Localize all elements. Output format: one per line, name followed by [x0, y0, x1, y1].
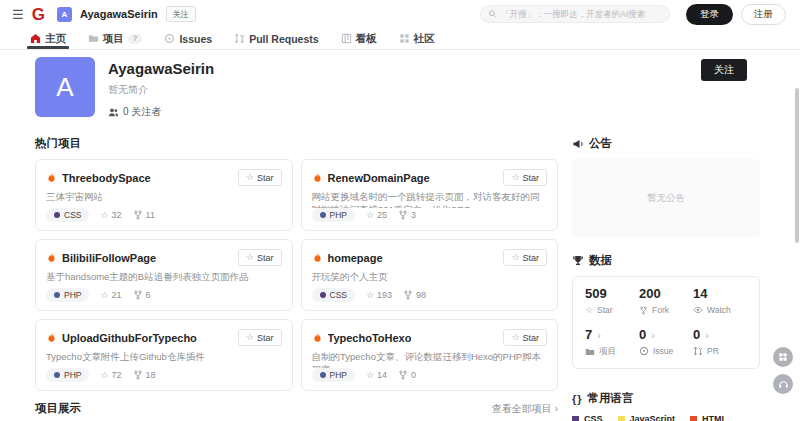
flame-icon [312, 332, 323, 344]
stats-title: 数据 [589, 253, 612, 268]
project-card[interactable]: TypechoToHexo ☆Star 自制的Typecho文章、评论数据迁移到… [301, 319, 559, 391]
project-name[interactable]: TypechoToHexo [328, 332, 412, 344]
followers-row[interactable]: 0 关注者 [108, 105, 214, 119]
folder-icon [88, 33, 99, 44]
search-input[interactable] [501, 9, 662, 19]
projects-count-badge: 7 [128, 34, 142, 44]
language-item: HTML [690, 414, 727, 421]
login-button[interactable]: 登录 [686, 4, 733, 25]
community-icon [399, 33, 410, 44]
project-card[interactable]: homepage ☆Star 开玩笑的个人主页 CSS ☆193 98 [301, 239, 559, 311]
chevron-right-icon: › [555, 403, 558, 414]
project-card[interactable]: ThreebodySpace ☆Star 三体宇宙网站 CSS ☆32 11 [35, 159, 293, 231]
hamburger-menu-icon[interactable]: ☰ [12, 8, 24, 21]
tab-pull-requests[interactable]: Pull Requests [234, 28, 318, 49]
fork-count: 11 [133, 210, 155, 220]
language-item: JavaScript [618, 414, 676, 421]
tab-projects[interactable]: 项目 7 [88, 28, 142, 49]
popular-projects-section: 热门项目 ThreebodySpace ☆Star 三体宇宙网站 CSS ☆32… [35, 136, 558, 421]
star-count: ☆14 [366, 370, 387, 380]
view-all-projects-link[interactable]: 查看全部项目› [492, 402, 558, 416]
star-button[interactable]: ☆Star [238, 249, 282, 266]
language-badge: PHP [46, 368, 89, 382]
gitee-logo[interactable]: G [32, 6, 45, 23]
star-icon: ☆ [366, 291, 374, 300]
star-button[interactable]: ☆Star [503, 169, 547, 186]
app-grid-icon [778, 352, 788, 362]
language-dot [320, 292, 326, 298]
follow-button[interactable]: 关注 [701, 59, 747, 81]
star-count: ☆193 [366, 290, 392, 300]
page-scrollbar[interactable] [795, 88, 799, 243]
star-button[interactable]: ☆Star [503, 329, 547, 346]
star-count: ☆25 [366, 210, 387, 220]
navbar-username[interactable]: AyagawaSeirin [80, 8, 158, 20]
tab-home-label: 主页 [45, 32, 66, 46]
project-description: 自制的Typecho文章、评论数据迁移到Hexo的PHP脚本程序 [312, 350, 548, 368]
followers-icon [108, 107, 119, 118]
chevron-right-icon: › [705, 329, 709, 341]
project-card[interactable]: RenewDomainPage ☆Star 网站更换域名时的一个跳转提示页面，对… [301, 159, 559, 231]
tab-home[interactable]: 主页 [30, 28, 66, 49]
star-icon: ☆ [100, 291, 108, 300]
language-dot [320, 372, 326, 378]
project-name[interactable]: BilibiliFollowPage [62, 252, 156, 264]
issue-icon [164, 33, 175, 44]
language-dot [54, 212, 60, 218]
announcement-title: 公告 [589, 136, 612, 151]
language-dot [54, 292, 60, 298]
star-icon: ☆ [246, 333, 254, 342]
star-button[interactable]: ☆Star [503, 249, 547, 266]
fork-icon [133, 290, 143, 300]
project-description: 基于handsome主题的B站追番列表独立页面作品 [46, 270, 282, 288]
fork-icon [133, 210, 143, 220]
star-icon: ☆ [246, 173, 254, 182]
folder-icon [585, 347, 595, 357]
register-button[interactable]: 注册 [741, 4, 786, 25]
search-box[interactable] [480, 5, 670, 23]
main-content: 热门项目 ThreebodySpace ☆Star 三体宇宙网站 CSS ☆32… [0, 130, 800, 421]
tab-community[interactable]: 社区 [399, 28, 435, 49]
language-color-swatch [572, 416, 579, 421]
language-badge: CSS [312, 288, 355, 302]
stat-projects-link[interactable]: 7› 项目 [585, 327, 639, 358]
stat-watch: 14 Watch [693, 286, 747, 315]
star-icon: ☆ [100, 371, 108, 380]
tab-board-label: 看板 [356, 32, 377, 46]
language-badge: PHP [312, 368, 355, 382]
star-button[interactable]: ☆Star [238, 169, 282, 186]
navbar-follow-chip[interactable]: 关注 [166, 6, 196, 22]
language-badge: CSS [46, 208, 89, 222]
top-navbar: ☰ G A AyagawaSeirin 关注 登录 注册 [0, 0, 800, 28]
fork-icon [133, 370, 143, 380]
project-card[interactable]: BilibiliFollowPage ☆Star 基于handsome主题的B站… [35, 239, 293, 311]
star-button[interactable]: ☆Star [238, 329, 282, 346]
project-card[interactable]: UploadGithubForTypecho ☆Star Typecho文章附件… [35, 319, 293, 391]
language-badge: PHP [312, 208, 355, 222]
popular-projects-title: 热门项目 [35, 136, 558, 151]
profile-info: AyagawaSeirin 暂无简介 0 关注者 [108, 57, 214, 119]
customer-service-float-button[interactable] [773, 374, 793, 394]
tab-issues[interactable]: Issues [164, 28, 212, 49]
project-name[interactable]: RenewDomainPage [328, 172, 430, 184]
project-name[interactable]: UploadGithubForTypecho [62, 332, 197, 344]
star-icon: ☆ [366, 211, 374, 220]
followers-count: 0 关注者 [123, 105, 161, 119]
star-icon: ☆ [511, 333, 519, 342]
flame-icon [46, 172, 57, 184]
app-download-float-button[interactable] [773, 347, 793, 367]
tab-community-label: 社区 [414, 32, 435, 46]
language-badge: PHP [46, 288, 89, 302]
project-name[interactable]: homepage [328, 252, 383, 264]
stat-issues-link[interactable]: 0› Issue [639, 327, 693, 358]
flame-icon [46, 252, 57, 264]
project-name[interactable]: ThreebodySpace [62, 172, 151, 184]
flame-icon [312, 172, 323, 184]
languages-section: {} 常用语言 CSS JavaScript HTML Lua PHP [572, 391, 760, 421]
fork-count: 3 [398, 210, 416, 220]
star-icon: ☆ [585, 306, 593, 315]
tab-board[interactable]: 看板 [341, 28, 377, 49]
stat-prs-link[interactable]: 0› PR [693, 327, 747, 358]
profile-header: A AyagawaSeirin 暂无简介 0 关注者 关注 [0, 50, 800, 130]
language-dot [320, 212, 326, 218]
